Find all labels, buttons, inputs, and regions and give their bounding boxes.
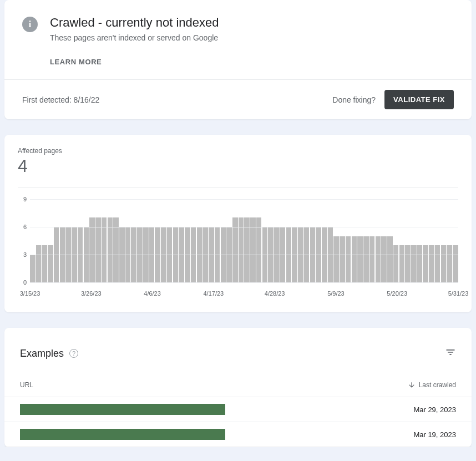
chart-bar: [441, 245, 447, 282]
status-subtitle: These pages aren't indexed or served on …: [50, 33, 219, 42]
x-tick-label: 3/15/23: [20, 290, 40, 297]
chart-bar: [453, 245, 458, 282]
chart-bar: [369, 236, 375, 282]
chart-bar: [399, 245, 405, 282]
arrow-down-icon: [408, 381, 416, 389]
url-redacted-bar: [20, 429, 225, 440]
x-tick-label: 5/20/23: [387, 290, 407, 297]
chart-bar: [376, 236, 381, 282]
examples-card: Examples ? URL Last crawled Mar 29, 2023…: [4, 328, 472, 447]
y-tick-label: 6: [18, 224, 27, 230]
chart-bar: [36, 245, 42, 282]
chart-bar: [387, 236, 393, 282]
info-icon: i: [22, 17, 38, 32]
y-tick-label: 3: [18, 251, 27, 258]
x-tick-label: 4/17/23: [203, 290, 224, 297]
x-tick-label: 5/9/23: [327, 290, 345, 297]
validate-fix-button[interactable]: VALIDATE FIX: [384, 90, 454, 109]
chart-bar: [48, 245, 53, 282]
chart-bar: [381, 236, 387, 282]
chart-bar: [411, 245, 417, 282]
x-tick-label: 5/31/23: [448, 290, 469, 297]
chart-bar: [352, 236, 357, 282]
chart-bar: [346, 236, 351, 282]
chart-bar: [417, 245, 423, 282]
chart-bar: [447, 245, 452, 282]
first-detected-label: First detected: 8/16/22: [22, 95, 99, 104]
chart-bar: [405, 245, 411, 282]
chart-bar: [363, 236, 369, 282]
chart-bar: [42, 245, 47, 282]
affected-pages-label: Affected pages: [18, 147, 458, 155]
x-tick-label: 3/26/23: [81, 290, 102, 297]
chart-bar: [423, 245, 428, 282]
x-tick-label: 4/6/23: [144, 290, 161, 297]
column-last-crawled-header[interactable]: Last crawled: [408, 381, 456, 389]
url-redacted-bar: [20, 404, 225, 415]
affected-pages-count: 4: [18, 156, 458, 176]
examples-title: Examples: [20, 348, 64, 359]
x-tick-label: 4/28/23: [265, 290, 285, 297]
column-url-header: URL: [20, 381, 33, 389]
y-tick-label: 0: [18, 279, 27, 286]
y-tick-label: 9: [18, 196, 27, 202]
filter-icon[interactable]: [445, 347, 456, 360]
affected-pages-card: Affected pages 4 0369 3/15/233/26/234/6/…: [4, 135, 472, 312]
chart-bar: [333, 236, 339, 282]
bar-chart: 0369: [30, 199, 458, 288]
status-title: Crawled - currently not indexed: [50, 16, 219, 30]
learn-more-link[interactable]: LEARN MORE: [50, 58, 219, 66]
chart-bar: [30, 255, 36, 282]
table-row[interactable]: Mar 19, 2023: [4, 422, 472, 447]
crawl-status-card: i Crawled - currently not indexed These …: [4, 0, 472, 119]
chart-bar: [357, 236, 363, 282]
chart-bar: [340, 236, 345, 282]
done-fixing-label: Done fixing?: [332, 95, 376, 104]
last-crawled-date: Mar 19, 2023: [413, 430, 456, 439]
chart-bar: [435, 245, 440, 282]
table-row[interactable]: Mar 29, 2023: [4, 397, 472, 422]
help-icon[interactable]: ?: [69, 349, 78, 358]
chart-bar: [393, 245, 399, 282]
last-crawled-date: Mar 29, 2023: [413, 406, 456, 414]
chart-bar: [429, 245, 434, 282]
